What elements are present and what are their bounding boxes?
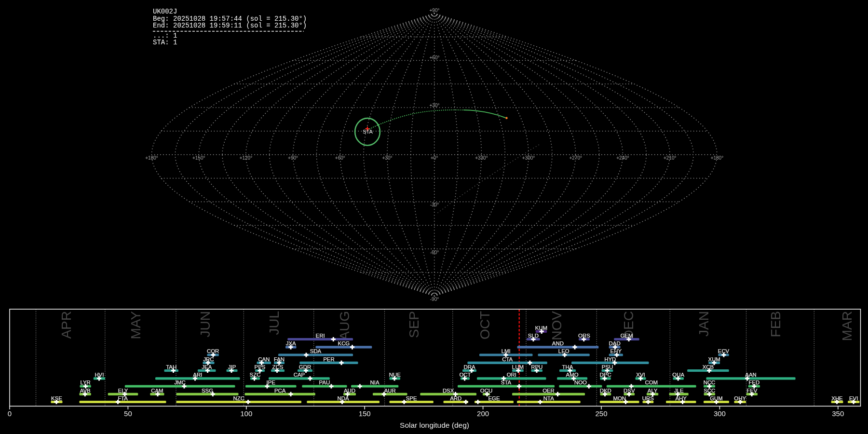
svg-text:JUN: JUN bbox=[198, 311, 213, 337]
svg-text:STA: STA bbox=[501, 380, 512, 385]
svg-text:AMO: AMO bbox=[566, 372, 579, 378]
svg-text:250: 250 bbox=[595, 409, 607, 418]
svg-text:APR: APR bbox=[59, 311, 74, 339]
svg-text:JEA: JEA bbox=[202, 364, 212, 370]
svg-text:DSV: DSV bbox=[624, 388, 635, 393]
svg-text:KCG: KCG bbox=[338, 340, 350, 346]
svg-text:KSE: KSE bbox=[51, 395, 62, 401]
svg-text:JAN: JAN bbox=[696, 311, 711, 337]
svg-text:+30°: +30° bbox=[430, 103, 440, 108]
svg-text:OCT: OCT bbox=[477, 311, 492, 339]
svg-text:LEO: LEO bbox=[558, 348, 570, 354]
svg-text:ERI: ERI bbox=[316, 333, 325, 339]
svg-text:JXA: JXA bbox=[286, 340, 296, 346]
svg-text:-30°: -30° bbox=[430, 202, 439, 207]
svg-text:200: 200 bbox=[477, 409, 489, 418]
svg-text:+120°: +120° bbox=[240, 155, 253, 161]
svg-text:OCU: OCU bbox=[480, 388, 492, 393]
svg-text:MON: MON bbox=[613, 395, 626, 401]
svg-text:FTA: FTA bbox=[118, 395, 128, 401]
svg-text:JUL: JUL bbox=[267, 311, 282, 335]
svg-text:NTA: NTA bbox=[543, 395, 554, 401]
svg-text:QUA: QUA bbox=[672, 372, 684, 378]
svg-text:OHY: OHY bbox=[734, 395, 746, 401]
svg-text:ALY: ALY bbox=[648, 388, 658, 393]
svg-text:SSG: SSG bbox=[202, 388, 213, 393]
svg-text:300: 300 bbox=[714, 409, 726, 418]
svg-text:SPE: SPE bbox=[406, 395, 417, 401]
svg-text:PPS: PPS bbox=[255, 364, 266, 370]
svg-text:NCC: NCC bbox=[704, 380, 716, 385]
svg-text:LMI: LMI bbox=[502, 348, 511, 354]
svg-text:ARI: ARI bbox=[193, 372, 202, 378]
svg-text:ELY: ELY bbox=[118, 388, 128, 393]
svg-text:XVI: XVI bbox=[636, 372, 645, 378]
svg-text:LYR: LYR bbox=[81, 380, 91, 385]
svg-text:NOO: NOO bbox=[574, 380, 587, 385]
svg-text:0: 0 bbox=[8, 409, 12, 418]
svg-text:JMC: JMC bbox=[174, 380, 185, 385]
svg-text:PSU: PSU bbox=[602, 364, 613, 370]
svg-text:JLE: JLE bbox=[674, 388, 684, 393]
svg-text:XHE: XHE bbox=[831, 395, 843, 401]
svg-text:GEM: GEM bbox=[621, 333, 633, 339]
svg-text:+60°: +60° bbox=[335, 155, 345, 161]
svg-text:JIP: JIP bbox=[228, 364, 236, 370]
svg-text:CQR: CQR bbox=[207, 348, 219, 354]
svg-text:+90°: +90° bbox=[288, 155, 298, 161]
svg-text:FED: FED bbox=[748, 380, 760, 385]
svg-text:DPC: DPC bbox=[600, 372, 611, 378]
svg-text:AUG: AUG bbox=[337, 311, 352, 340]
svg-text:AND: AND bbox=[552, 340, 564, 346]
svg-text:XUM: XUM bbox=[708, 356, 720, 362]
svg-text:NUE: NUE bbox=[389, 372, 401, 378]
svg-text:SEP: SEP bbox=[407, 311, 421, 338]
svg-text:STA: STA bbox=[363, 129, 373, 135]
svg-text:NZC: NZC bbox=[233, 395, 244, 401]
svg-text:100: 100 bbox=[240, 409, 252, 418]
svg-text:NDA: NDA bbox=[338, 395, 349, 401]
svg-text:+240°: +240° bbox=[616, 155, 629, 161]
svg-text:350: 350 bbox=[832, 409, 844, 418]
svg-text:GDR: GDR bbox=[299, 364, 311, 370]
svg-text:ORI: ORI bbox=[507, 372, 516, 378]
svg-text:EGE: EGE bbox=[488, 395, 500, 401]
svg-text:EHY: EHY bbox=[610, 348, 622, 354]
svg-text:IPE: IPE bbox=[267, 380, 276, 385]
svg-text:RPU: RPU bbox=[531, 364, 542, 370]
svg-text:+210°: +210° bbox=[664, 155, 677, 161]
svg-text:+330°: +330° bbox=[475, 155, 488, 161]
svg-text:AHY: AHY bbox=[675, 395, 687, 401]
svg-text:LUM: LUM bbox=[512, 364, 524, 370]
svg-text:MAY: MAY bbox=[128, 311, 143, 339]
svg-text:ARD: ARD bbox=[450, 395, 461, 401]
svg-text:AUR: AUR bbox=[384, 388, 396, 393]
svg-text:ZCS: ZCS bbox=[272, 364, 284, 370]
svg-text:THA: THA bbox=[562, 364, 573, 370]
svg-text:+0°: +0° bbox=[431, 155, 438, 161]
svg-text:50: 50 bbox=[124, 409, 132, 418]
svg-text:MAR: MAR bbox=[840, 311, 854, 341]
svg-text:AUD: AUD bbox=[344, 388, 355, 393]
svg-text:End: 20251028 19:59:11 (sol =: End: 20251028 19:59:11 (sol = 215.30°) bbox=[153, 22, 307, 29]
svg-text:COM: COM bbox=[645, 380, 658, 385]
svg-text:NIA: NIA bbox=[370, 380, 380, 385]
svg-text:+150°: +150° bbox=[192, 155, 205, 161]
svg-text:SZC: SZC bbox=[250, 372, 261, 378]
svg-text:JRC: JRC bbox=[203, 356, 214, 362]
svg-text:AVB: AVB bbox=[80, 388, 91, 393]
svg-text:DSX: DSX bbox=[443, 388, 454, 393]
svg-text:+30°: +30° bbox=[382, 155, 393, 161]
svg-text:PCA: PCA bbox=[274, 388, 286, 393]
svg-text:CAM: CAM bbox=[151, 388, 163, 393]
svg-text:URS: URS bbox=[642, 395, 654, 401]
svg-text:CTA: CTA bbox=[502, 356, 513, 362]
svg-text:HYD: HYD bbox=[604, 356, 616, 362]
svg-text:OER: OER bbox=[542, 388, 555, 393]
svg-text:AAN: AAN bbox=[745, 372, 756, 378]
svg-text:TAH: TAH bbox=[166, 364, 176, 370]
svg-text:OCT: OCT bbox=[459, 372, 471, 378]
svg-text:FAN: FAN bbox=[274, 356, 285, 362]
svg-text:GUM: GUM bbox=[710, 395, 723, 401]
svg-text:SLD: SLD bbox=[528, 333, 539, 339]
